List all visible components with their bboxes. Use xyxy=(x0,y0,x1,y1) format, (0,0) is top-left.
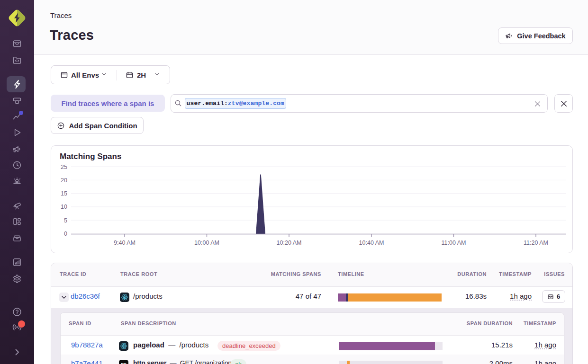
svg-text:0: 0 xyxy=(64,231,67,237)
svg-text:11:20 AM: 11:20 AM xyxy=(524,240,548,246)
svg-text:10:40 AM: 10:40 AM xyxy=(359,240,384,246)
svg-text:5: 5 xyxy=(64,217,67,224)
svg-text:11:00 AM: 11:00 AM xyxy=(442,240,466,246)
svg-text:20: 20 xyxy=(61,177,67,184)
svg-text:15: 15 xyxy=(61,190,67,197)
svg-text:10: 10 xyxy=(61,204,67,210)
svg-text:25: 25 xyxy=(61,164,67,170)
svg-text:10:00 AM: 10:00 AM xyxy=(194,240,219,246)
svg-text:10:20 AM: 10:20 AM xyxy=(277,240,302,246)
svg-text:9:40 AM: 9:40 AM xyxy=(114,240,136,246)
